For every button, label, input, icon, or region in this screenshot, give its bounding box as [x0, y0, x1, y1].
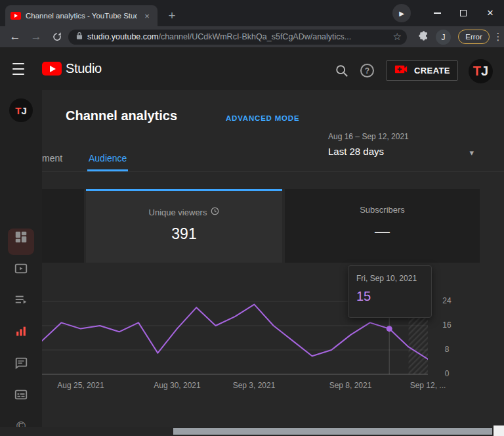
- sidebar-item-dashboard[interactable]: [13, 229, 29, 245]
- error-badge-button[interactable]: Error: [458, 30, 490, 44]
- avatar-letter-j: J: [481, 64, 488, 79]
- subscribers-label: Subscribers: [360, 205, 405, 215]
- new-tab-button[interactable]: +: [164, 8, 180, 24]
- sidebar-item-content[interactable]: [13, 261, 29, 276]
- tab-audience[interactable]: Audience: [89, 153, 127, 164]
- x-axis-tick: Sep 12, ...: [398, 381, 457, 390]
- subtitles-icon: [14, 387, 28, 402]
- channel-avatar[interactable]: TJ: [469, 59, 493, 83]
- analytics-main: Channel analytics ADVANCED MODE Aug 16 –…: [42, 90, 504, 427]
- horizontal-scrollbar-thumb[interactable]: [173, 428, 492, 435]
- tab-title: Channel analytics - YouTube Stud: [26, 12, 137, 20]
- tabs-divider: [42, 171, 504, 172]
- date-range-selector[interactable]: Aug 16 – Sep 12, 2021 Last 28 days ▾: [328, 132, 475, 165]
- browser-profile-avatar[interactable]: J: [436, 30, 451, 45]
- browser-menu-kebab-icon[interactable]: ⋮: [493, 29, 503, 45]
- tooltip-value: 15: [356, 289, 423, 304]
- x-axis-tick: Sep 8, 2021: [321, 381, 380, 390]
- create-button-label: CREATE: [414, 66, 450, 76]
- unique-viewers-label: Unique viewers: [149, 207, 207, 217]
- scrollbar-corner: [494, 425, 504, 436]
- tooltip-date: Fri, Sep 10, 2021: [356, 274, 423, 283]
- y-axis-tick: 24: [438, 296, 455, 305]
- tab-close-icon[interactable]: ×: [142, 11, 152, 21]
- create-button[interactable]: CREATE: [386, 60, 458, 81]
- chart-tooltip: Fri, Sep 10, 2021 15: [348, 265, 432, 318]
- metric-card-partial[interactable]: [42, 189, 84, 263]
- sidebar-item-comments[interactable]: [13, 355, 29, 371]
- y-axis-tick: 16: [438, 320, 455, 330]
- sidebar-item-analytics[interactable]: [13, 324, 29, 339]
- extensions-puzzle-icon[interactable]: [417, 31, 429, 45]
- date-range-text: Aug 16 – Sep 12, 2021: [328, 132, 475, 141]
- youtube-studio-logo[interactable]: Studio: [42, 61, 102, 76]
- bookmark-star-icon[interactable]: ☆: [393, 31, 402, 43]
- url-domain: studio.youtube.com: [87, 32, 158, 41]
- sidebar-item-playlists[interactable]: [13, 292, 29, 308]
- page-title: Channel analytics: [66, 108, 177, 123]
- content-icon: [14, 261, 28, 276]
- chevron-down-icon: ▾: [469, 148, 474, 158]
- window-close-button[interactable]: ×: [476, 0, 504, 26]
- forward-icon[interactable]: →: [26, 26, 46, 47]
- date-preset-text: Last 28 days: [328, 146, 475, 157]
- lock-icon: [76, 31, 83, 43]
- y-axis-tick: 8: [438, 345, 455, 354]
- url-text: studio.youtube.com/channel/UCdkWmRcI-Bkh…: [87, 32, 388, 41]
- window-minimize-button[interactable]: [424, 0, 450, 26]
- subscribers-value: —: [375, 223, 390, 240]
- highlight-data-point[interactable]: [387, 326, 392, 332]
- unique-viewers-value: 391: [171, 225, 196, 243]
- back-icon[interactable]: ←: [5, 26, 25, 47]
- search-icon[interactable]: [335, 64, 349, 81]
- clock-icon: [211, 207, 219, 217]
- help-icon[interactable]: ?: [360, 64, 374, 77]
- advanced-mode-link[interactable]: ADVANCED MODE: [226, 114, 299, 122]
- create-camera-icon: [394, 62, 409, 79]
- x-axis-tick: Aug 25, 2021: [51, 381, 110, 390]
- x-axis-tick: Sep 3, 2021: [224, 381, 284, 390]
- y-axis-tick: 0: [438, 369, 455, 378]
- sidebar-item-subtitles[interactable]: [13, 387, 29, 403]
- x-axis-tick: Aug 30, 2021: [148, 381, 207, 390]
- comments-icon: [14, 356, 28, 370]
- window-maximize-button[interactable]: [450, 0, 476, 26]
- browser-titlebar: Channel analytics - YouTube Stud × + ▶ ×: [0, 0, 504, 26]
- analytics-icon: [14, 324, 28, 339]
- tab-engagement-partial[interactable]: ment: [42, 153, 62, 164]
- avatar-letter-t: T: [15, 105, 21, 116]
- browser-tab[interactable]: Channel analytics - YouTube Stud ×: [5, 5, 158, 26]
- metric-card-subscribers[interactable]: Subscribers —: [285, 189, 480, 263]
- sidebar-channel-avatar[interactable]: TJ: [9, 98, 33, 122]
- reload-icon[interactable]: [47, 26, 67, 47]
- dashboard-icon: [14, 230, 28, 244]
- youtube-favicon-icon: [10, 12, 21, 20]
- media-controls-icon[interactable]: ▶: [392, 4, 411, 22]
- address-bar[interactable]: studio.youtube.com/channel/UCdkWmRcI-Bkh…: [68, 30, 407, 45]
- browser-window: Channel analytics - YouTube Stud × + ▶ ×…: [0, 0, 504, 436]
- hamburger-menu-icon[interactable]: [10, 62, 26, 76]
- url-path: /channel/UCdkWmRcI-BkhQa_s5fCgADw/analyt…: [158, 32, 351, 41]
- youtube-play-logo-icon: [42, 62, 62, 76]
- avatar-letter-t: T: [473, 64, 481, 79]
- avatar-letter-j: J: [21, 105, 26, 116]
- playlists-icon: [14, 293, 28, 307]
- metric-card-unique-viewers[interactable]: Unique viewers 391: [86, 189, 282, 263]
- studio-brand-text: Studio: [66, 61, 102, 76]
- studio-sidebar: TJ © $ ⚙: [0, 90, 42, 427]
